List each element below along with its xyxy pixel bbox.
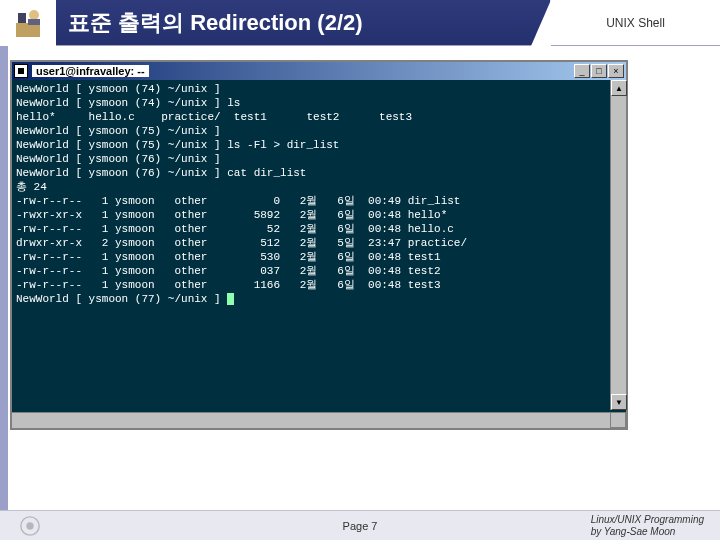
header-corner: UNIX Shell bbox=[550, 0, 720, 45]
terminal-line: -rw-r--r-- 1 ysmoon other 530 2월 6일 00:4… bbox=[16, 251, 441, 263]
terminal-line: NewWorld [ ysmoon (74) ~/unix ] bbox=[16, 83, 221, 95]
corner-label: UNIX Shell bbox=[606, 16, 665, 30]
terminal-window: user1@infravalley: -- _ □ × NewWorld [ y… bbox=[10, 60, 628, 430]
terminal-titlebar[interactable]: user1@infravalley: -- _ □ × bbox=[12, 62, 626, 80]
window-buttons: _ □ × bbox=[574, 64, 624, 78]
terminal-line: NewWorld [ ysmoon (74) ~/unix ] ls bbox=[16, 97, 240, 109]
terminal-line: -rw-r--r-- 1 ysmoon other 52 2월 6일 00:48… bbox=[16, 223, 454, 235]
svg-rect-0 bbox=[16, 23, 40, 37]
terminal-app-icon bbox=[14, 64, 28, 78]
vertical-scrollbar[interactable]: ▲ ▼ bbox=[610, 80, 626, 410]
footer-logo bbox=[0, 515, 60, 537]
terminal-line: -rw-r--r-- 1 ysmoon other 037 2월 6일 00:4… bbox=[16, 265, 441, 277]
svg-rect-1 bbox=[18, 13, 26, 23]
page-number: Page 7 bbox=[343, 520, 378, 532]
footer-credit: Linux/UNIX Programming by Yang-Sae Moon bbox=[591, 514, 720, 538]
terminal-line: NewWorld [ ysmoon (75) ~/unix ] bbox=[16, 125, 221, 137]
terminal-line: NewWorld [ ysmoon (77) ~/unix ] bbox=[16, 293, 227, 305]
svg-rect-3 bbox=[28, 19, 40, 25]
slide-title: 표준 출력의 Redirection (2/2) bbox=[68, 8, 363, 38]
terminal-line: -rw-r--r-- 1 ysmoon other 0 2월 6일 00:49 … bbox=[16, 195, 460, 207]
svg-point-5 bbox=[26, 522, 33, 529]
maximize-button[interactable]: □ bbox=[591, 64, 607, 78]
close-button[interactable]: × bbox=[608, 64, 624, 78]
credit-line-2: by Yang-Sae Moon bbox=[591, 526, 704, 538]
scroll-up-button[interactable]: ▲ bbox=[611, 80, 627, 96]
terminal-line: NewWorld [ ysmoon (76) ~/unix ] bbox=[16, 153, 221, 165]
terminal-title: user1@infravalley: -- bbox=[32, 65, 149, 77]
slide-header: 표준 출력의 Redirection (2/2) UNIX Shell bbox=[0, 0, 720, 46]
header-logo bbox=[0, 0, 56, 46]
horizontal-scrollbar[interactable] bbox=[12, 412, 610, 428]
terminal-line: 총 24 bbox=[16, 181, 47, 193]
terminal-line: hello* hello.c practice/ test1 test2 tes… bbox=[16, 111, 412, 123]
credit-line-1: Linux/UNIX Programming bbox=[591, 514, 704, 526]
cursor-icon bbox=[227, 293, 234, 305]
resize-grip[interactable] bbox=[610, 412, 626, 428]
minimize-button[interactable]: _ bbox=[574, 64, 590, 78]
svg-point-2 bbox=[29, 10, 39, 20]
title-bar: 표준 출력의 Redirection (2/2) bbox=[56, 0, 550, 45]
scroll-down-button[interactable]: ▼ bbox=[611, 394, 627, 410]
terminal-line: NewWorld [ ysmoon (76) ~/unix ] cat dir_… bbox=[16, 167, 306, 179]
terminal-line: -rwxr-xr-x 1 ysmoon other 5892 2월 6일 00:… bbox=[16, 209, 447, 221]
terminal-line: NewWorld [ ysmoon (75) ~/unix ] ls -Fl >… bbox=[16, 139, 339, 151]
terminal-body[interactable]: NewWorld [ ysmoon (74) ~/unix ] NewWorld… bbox=[12, 80, 626, 410]
terminal-line: -rw-r--r-- 1 ysmoon other 1166 2월 6일 00:… bbox=[16, 279, 441, 291]
slide-footer: Page 7 Linux/UNIX Programming by Yang-Sa… bbox=[0, 510, 720, 540]
left-side-strip bbox=[0, 46, 8, 512]
terminal-line: drwxr-xr-x 2 ysmoon other 512 2월 5일 23:4… bbox=[16, 237, 467, 249]
